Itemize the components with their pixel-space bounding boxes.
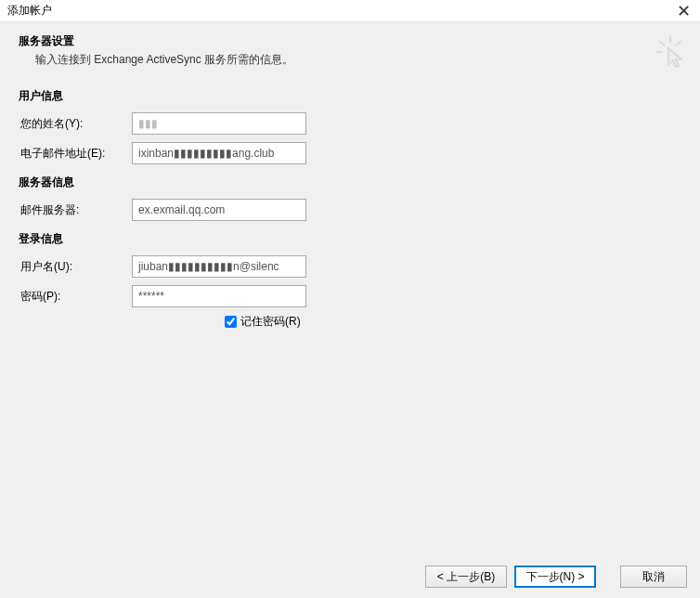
mail-server-input[interactable] <box>132 199 306 221</box>
name-row: 您的姓名(Y): <box>19 111 681 136</box>
username-row: 用户名(U): <box>19 254 681 279</box>
password-row: 密码(P): <box>19 284 681 308</box>
back-button[interactable]: < 上一步(B) <box>425 566 507 588</box>
remember-password-label: 记住密码(R) <box>240 314 301 330</box>
titlebar: 添加帐户 ✕ <box>0 0 700 22</box>
password-input[interactable] <box>132 285 306 307</box>
close-icon[interactable]: ✕ <box>672 2 694 20</box>
name-label: 您的姓名(Y): <box>19 116 132 132</box>
remember-password-row: 记住密码(R) <box>19 314 681 330</box>
login-info-heading: 登录信息 <box>19 231 681 247</box>
username-input[interactable] <box>132 255 306 278</box>
login-info-section: 登录信息 用户名(U): 密码(P): 记住密码(R) <box>19 231 681 330</box>
window-title: 添加帐户 <box>7 3 52 19</box>
svg-line-1 <box>659 41 665 46</box>
cursor-icon <box>655 35 685 69</box>
server-info-heading: 服务器信息 <box>19 175 681 190</box>
user-info-section: 用户信息 您的姓名(Y): 电子邮件地址(E): <box>19 88 681 165</box>
user-info-heading: 用户信息 <box>19 88 681 104</box>
name-input[interactable] <box>132 112 306 135</box>
button-bar: < 上一步(B) 下一步(N) > 取消 <box>0 555 700 598</box>
cancel-button[interactable]: 取消 <box>620 566 687 588</box>
next-button[interactable]: 下一步(N) > <box>514 566 596 588</box>
header-title: 服务器设置 <box>19 33 681 49</box>
content-area: 服务器设置 输入连接到 Exchange ActiveSync 服务所需的信息。… <box>0 22 700 555</box>
email-label: 电子邮件地址(E): <box>19 146 132 162</box>
username-label: 用户名(U): <box>19 259 132 275</box>
header-description: 输入连接到 Exchange ActiveSync 服务所需的信息。 <box>19 52 681 68</box>
header-section: 服务器设置 输入连接到 Exchange ActiveSync 服务所需的信息。 <box>19 33 681 68</box>
mail-server-row: 邮件服务器: <box>19 198 681 222</box>
remember-password-checkbox[interactable] <box>225 316 237 328</box>
svg-line-2 <box>676 41 681 46</box>
email-input[interactable] <box>132 142 306 164</box>
mail-server-label: 邮件服务器: <box>19 202 132 218</box>
server-info-section: 服务器信息 邮件服务器: <box>19 175 681 222</box>
email-row: 电子邮件地址(E): <box>19 141 681 165</box>
password-label: 密码(P): <box>19 289 132 305</box>
